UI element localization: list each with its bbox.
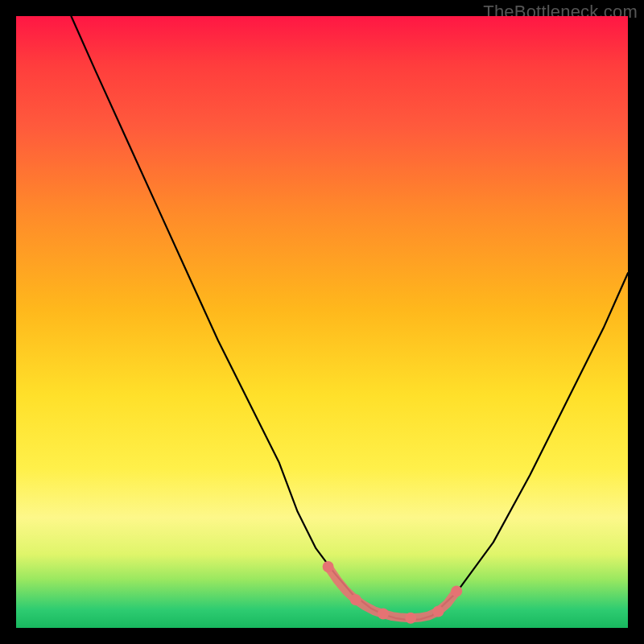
highlight-marker [378,609,389,620]
primary-curve-path [71,16,628,620]
chart-svg [16,16,628,628]
highlight-marker [432,606,444,617]
highlight-marker [350,594,361,605]
highlight-marker [323,561,334,572]
chart-stage: TheBottleneck.com [0,0,644,644]
highlight-marker [405,613,416,624]
highlight-marker [451,585,462,597]
plot-area [16,16,628,628]
